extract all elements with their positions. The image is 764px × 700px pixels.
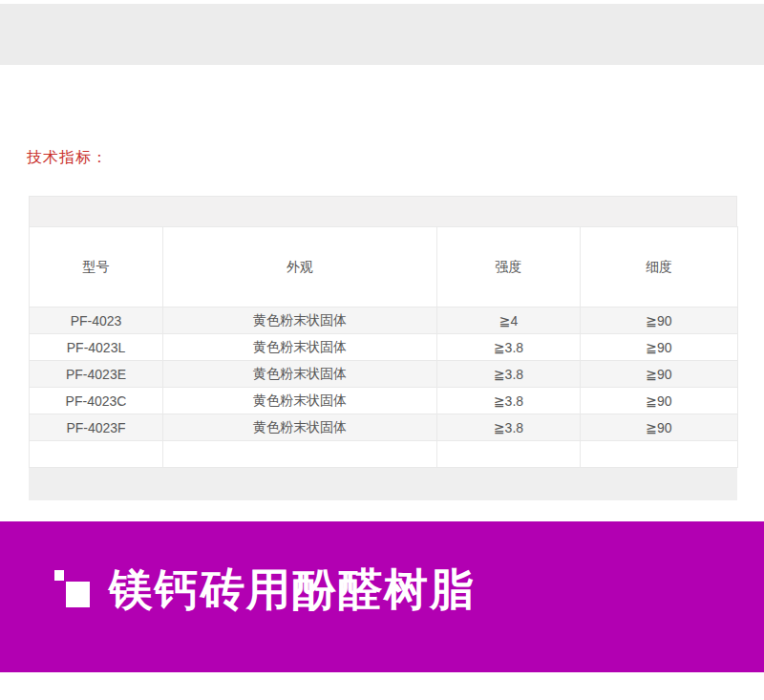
table-footer-strip [29, 468, 737, 500]
banner-title: 镁钙砖用酚醛树脂 [109, 564, 476, 614]
product-banner: 镁钙砖用酚醛树脂 [0, 521, 764, 672]
table-row: PF-4023C 黄色粉末状固体 ≧3.8 ≧90 [30, 388, 738, 414]
cell-model: PF-4023C [30, 388, 163, 414]
cell-model: PF-4023 [30, 308, 163, 334]
squares-bullet-icon [66, 582, 90, 607]
spec-table: 型号 外观 强度 细度 PF-4023 黄色粉末状固体 ≧4 ≧90 PF-40… [29, 226, 738, 468]
cell-empty [437, 441, 581, 468]
cell-model: PF-4023L [30, 334, 163, 361]
cell-empty [581, 441, 738, 468]
cell-appearance: 黄色粉末状固体 [163, 334, 437, 361]
top-spacer-band [0, 4, 764, 65]
cell-appearance: 黄色粉末状固体 [163, 388, 437, 414]
cell-strength: ≧3.8 [437, 414, 581, 441]
table-row: PF-4023F 黄色粉末状固体 ≧3.8 ≧90 [30, 414, 738, 441]
cell-fineness: ≧90 [581, 308, 738, 334]
cell-strength: ≧3.8 [437, 361, 581, 388]
col-header-appearance: 外观 [163, 227, 437, 308]
cell-model: PF-4023E [30, 361, 163, 388]
cell-appearance: 黄色粉末状固体 [163, 308, 437, 334]
col-header-strength: 强度 [437, 227, 581, 308]
cell-appearance: 黄色粉末状固体 [163, 414, 437, 441]
table-row: PF-4023L 黄色粉末状固体 ≧3.8 ≧90 [30, 334, 738, 361]
cell-strength: ≧3.8 [437, 388, 581, 414]
col-header-fineness: 细度 [581, 227, 738, 308]
cell-fineness: ≧90 [581, 361, 738, 388]
col-header-model: 型号 [30, 227, 163, 308]
cell-empty [30, 441, 163, 468]
cell-fineness: ≧90 [581, 388, 738, 414]
table-empty-row [30, 441, 738, 468]
section-label: 技术指标： [27, 148, 108, 167]
table-caption-strip [29, 196, 737, 226]
cell-model: PF-4023F [30, 414, 163, 441]
cell-strength: ≧3.8 [437, 334, 581, 361]
cell-fineness: ≧90 [581, 414, 738, 441]
table-row: PF-4023 黄色粉末状固体 ≧4 ≧90 [30, 308, 738, 334]
cell-strength: ≧4 [437, 308, 581, 334]
spec-table-section: 型号 外观 强度 细度 PF-4023 黄色粉末状固体 ≧4 ≧90 PF-40… [29, 196, 737, 500]
cell-appearance: 黄色粉末状固体 [163, 361, 437, 388]
squares-bullet-icon [54, 570, 64, 581]
table-header-row: 型号 外观 强度 细度 [30, 227, 738, 308]
cell-empty [163, 441, 437, 468]
cell-fineness: ≧90 [581, 334, 738, 361]
table-row: PF-4023E 黄色粉末状固体 ≧3.8 ≧90 [30, 361, 738, 388]
